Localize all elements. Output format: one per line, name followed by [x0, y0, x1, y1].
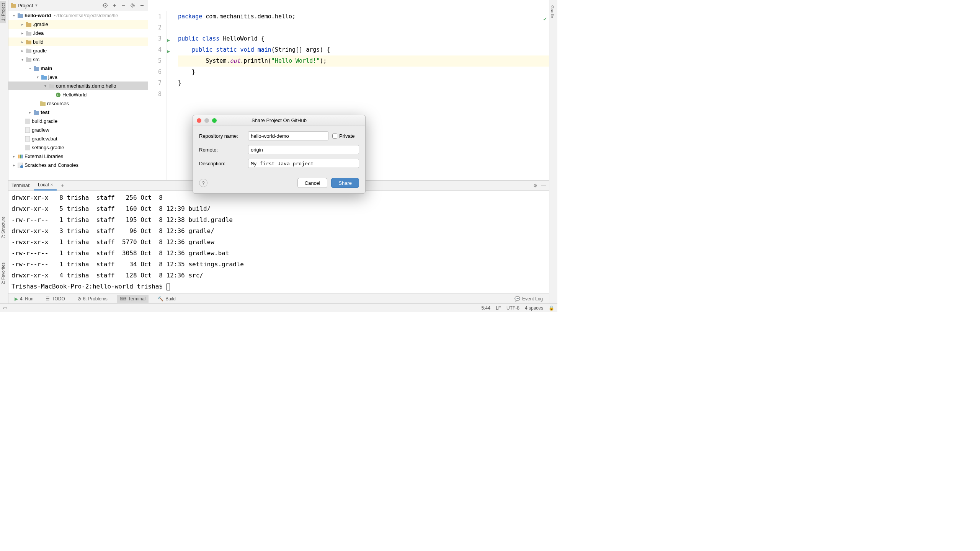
- gear-icon[interactable]: ⚙: [533, 183, 537, 188]
- description-input[interactable]: [248, 159, 359, 168]
- todo-tool-button[interactable]: ☰TODO: [42, 295, 68, 303]
- terminal-tool-button[interactable]: ⌨Terminal: [117, 295, 149, 303]
- gutter: 12345678: [148, 11, 167, 180]
- event-log-label: Event Log: [522, 296, 543, 302]
- tree-item: resources: [47, 101, 69, 106]
- svg-rect-12: [26, 22, 28, 24]
- chevron-down-icon: ▼: [34, 3, 38, 7]
- svg-rect-22: [34, 66, 36, 68]
- expand-arrow[interactable]: ▸: [11, 163, 16, 167]
- resources-folder-icon: [40, 101, 46, 107]
- svg-rect-35: [25, 136, 30, 142]
- scratches-icon: [17, 162, 23, 168]
- todo-label: TODO: [52, 296, 65, 302]
- terminal-output[interactable]: drwxr-xr-x 8 trisha staff 256 Oct 8drwxr…: [8, 191, 549, 293]
- tree-item: External Libraries: [24, 153, 63, 159]
- caret-position[interactable]: 5:44: [482, 305, 490, 311]
- help-icon[interactable]: ?: [199, 179, 207, 187]
- build-tool-button[interactable]: 🔨Build: [155, 295, 179, 303]
- event-log-button[interactable]: 💬Event Log: [511, 295, 546, 303]
- tree-item: gradlew: [32, 127, 49, 133]
- expand-arrow[interactable]: ▸: [20, 49, 24, 53]
- expand-arrow[interactable]: ▾: [28, 66, 32, 70]
- file-icon: [24, 136, 31, 142]
- tab-gradle[interactable]: Gradle: [549, 3, 555, 20]
- tree-item: Scratches and Consoles: [24, 162, 78, 168]
- expand-arrow[interactable]: ▾: [35, 75, 40, 79]
- right-tool-strip: Gradle: [549, 0, 557, 312]
- status-icon[interactable]: ▭: [3, 305, 7, 311]
- terminal-line: -rwxr-xr-x 1 trisha staff 5770 Oct 8 12:…: [11, 236, 546, 248]
- terminal-tab-local[interactable]: Local ×: [34, 181, 57, 191]
- collapse-all-icon[interactable]: [120, 2, 127, 9]
- code-line: }: [178, 67, 549, 78]
- locate-icon[interactable]: [101, 2, 109, 9]
- expand-arrow[interactable]: ▸: [20, 22, 24, 26]
- indent-setting[interactable]: 4 spaces: [525, 305, 543, 311]
- run-gutter-icon[interactable]: ▶: [167, 46, 170, 57]
- run-tool-button[interactable]: ▶4: Run: [11, 295, 36, 303]
- svg-rect-32: [34, 110, 36, 112]
- package-icon: [49, 83, 55, 89]
- expand-arrow[interactable]: ▾: [20, 57, 24, 62]
- tab-favorites[interactable]: 2: Favorites: [0, 260, 6, 287]
- terminal-line: -rw-r--r-- 1 trisha staff 34 Oct 8 12:35…: [11, 259, 546, 270]
- hide-icon[interactable]: —: [541, 183, 546, 188]
- svg-rect-10: [18, 13, 20, 15]
- tab-project[interactable]: 1: Project: [0, 1, 6, 23]
- remote-input[interactable]: [248, 145, 359, 154]
- tree-item: .gradle: [33, 21, 48, 27]
- new-terminal-tab[interactable]: +: [60, 182, 64, 189]
- code-line: System.out.println("Hello World!");: [178, 55, 549, 67]
- close-icon[interactable]: ×: [50, 182, 53, 187]
- svg-text:C: C: [57, 93, 60, 97]
- expand-arrow[interactable]: ▸: [20, 40, 24, 44]
- terminal-panel: Terminal: Local × + ⚙ — drwxr-xr-x 8 tri…: [8, 180, 549, 293]
- build-label: Build: [165, 296, 176, 302]
- terminal-line: drwxr-xr-x 3 trisha staff 96 Oct 8 12:36…: [11, 225, 546, 236]
- svg-rect-24: [41, 75, 44, 77]
- run-gutter-icon[interactable]: ▶: [167, 35, 170, 46]
- project-view-label: Project: [18, 3, 33, 8]
- share-github-dialog: Share Project On GitHub Repository name:…: [193, 115, 366, 194]
- svg-point-8: [132, 5, 134, 6]
- expand-arrow[interactable]: ▸: [20, 31, 24, 35]
- expand-arrow[interactable]: ▾: [43, 84, 47, 88]
- terminal-line: -rw-r--r-- 1 trisha staff 3058 Oct 8 12:…: [11, 248, 546, 259]
- repo-name-input[interactable]: [248, 131, 328, 140]
- tab-structure[interactable]: 7: Structure: [0, 214, 6, 241]
- dialog-title: Share Project On GitHub: [193, 117, 365, 123]
- file-encoding[interactable]: UTF-8: [506, 305, 519, 311]
- hide-icon[interactable]: [138, 2, 146, 9]
- libraries-icon: [17, 153, 23, 160]
- svg-rect-20: [26, 57, 28, 59]
- window-zoom-icon[interactable]: [212, 118, 217, 123]
- svg-rect-38: [20, 155, 21, 158]
- code-line: public class HelloWorld {: [178, 33, 549, 44]
- private-checkbox[interactable]: [332, 134, 337, 139]
- cancel-button[interactable]: Cancel: [297, 178, 327, 188]
- window-close-icon[interactable]: [197, 118, 201, 123]
- bottom-toolbar: ▶4: Run ☰TODO ⊘6: Problems ⌨Terminal 🔨Bu…: [8, 293, 549, 303]
- terminal-line: drwxr-xr-x 4 trisha staff 128 Oct 8 12:3…: [11, 270, 546, 281]
- expand-arrow[interactable]: ▸: [11, 154, 16, 158]
- tree-item: build.gradle: [32, 118, 57, 124]
- tree-item: gradle: [33, 48, 47, 54]
- tree-item: build: [33, 39, 43, 45]
- status-bar: ▭ 5:44 LF UTF-8 4 spaces 🔒: [0, 303, 557, 312]
- tree-item: gradlew.bat: [32, 136, 57, 142]
- problems-tool-button[interactable]: ⊘6: Problems: [74, 295, 111, 303]
- folder-icon: [26, 39, 32, 45]
- gear-icon[interactable]: [129, 2, 137, 9]
- project-tree[interactable]: ▾ hello-world ~/Documents/Projects/demo/…: [8, 11, 148, 180]
- expand-arrow[interactable]: ▸: [28, 110, 32, 114]
- share-button[interactable]: Share: [331, 178, 359, 188]
- line-separator[interactable]: LF: [496, 305, 501, 311]
- window-minimize-icon[interactable]: [204, 118, 209, 123]
- tree-item: .idea: [33, 30, 44, 36]
- lock-icon[interactable]: 🔒: [549, 305, 554, 311]
- expand-arrow[interactable]: ▾: [11, 13, 16, 18]
- expand-all-icon[interactable]: [111, 2, 118, 9]
- project-view-dropdown[interactable]: Project ▼: [18, 3, 38, 8]
- folder-icon: [26, 21, 32, 28]
